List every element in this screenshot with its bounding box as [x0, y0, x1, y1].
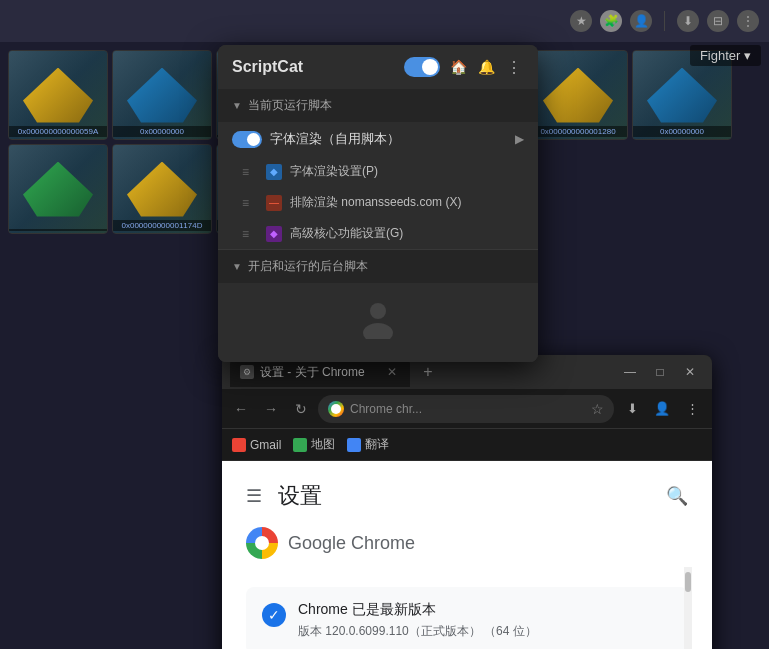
version-detail: 版本 120.0.6099.110（正式版本） （64 位） — [298, 623, 672, 640]
sub-script-icon-1: — — [266, 195, 282, 211]
version-check-icon: ✓ — [262, 603, 286, 627]
main-script-arrow: ▶ — [515, 132, 524, 146]
minimize-button[interactable]: — — [616, 358, 644, 386]
bookmark-star-icon[interactable]: ☆ — [591, 401, 604, 417]
sub-script-0[interactable]: ≡ ◆ 字体渲染设置(P) — [218, 156, 538, 187]
scriptcat-master-toggle[interactable] — [404, 57, 440, 77]
svg-point-0 — [370, 303, 386, 319]
tab-close-button[interactable]: ✕ — [384, 364, 400, 380]
menu-lines-icon-1: ≡ — [242, 196, 258, 210]
game-card-1[interactable]: 0x00000000 — [112, 50, 212, 140]
bg-download-icon[interactable]: ⬇ — [677, 10, 699, 32]
bookmark-bar: Gmail 地图 翻译 — [222, 429, 712, 461]
game-card-5[interactable]: 0x000000000001280 — [528, 50, 628, 140]
chrome-more-button[interactable]: ⋮ — [678, 395, 706, 423]
scriptcat-header: ScriptCat 🏠 🔔 ⋮ — [218, 45, 538, 89]
tab-title: 设置 - 关于 Chrome — [260, 364, 365, 381]
version-row: ✓ Chrome 已是最新版本 版本 120.0.6099.110（正式版本） … — [246, 587, 688, 649]
bg-split-icon[interactable]: ⊟ — [707, 10, 729, 32]
bg-bookmark-icon[interactable]: ★ — [570, 10, 592, 32]
menu-lines-icon-2: ≡ — [242, 227, 258, 241]
window-controls: — □ ✕ — [616, 358, 704, 386]
settings-title: 设置 — [278, 481, 666, 511]
version-status: Chrome 已是最新版本 — [298, 601, 672, 619]
sub-script-name-0: 字体渲染设置(P) — [290, 163, 378, 180]
main-script-item[interactable]: 字体渲染（自用脚本） ▶ — [218, 122, 538, 156]
game-card-0[interactable]: 0x000000000000059A — [8, 50, 108, 140]
new-tab-button[interactable]: + — [414, 358, 442, 386]
running-section-header: ▼ 当前页运行脚本 — [218, 89, 538, 122]
empty-state — [218, 283, 538, 362]
sub-script-icon-0: ◆ — [266, 164, 282, 180]
game-card-8[interactable]: 0x000000000001174D — [112, 144, 212, 234]
google-chrome-brand: Google Chrome — [246, 527, 688, 571]
content-scrollbar[interactable] — [684, 567, 692, 649]
bookmark-translate-label: 翻译 — [365, 436, 389, 453]
main-script-name: 字体渲染（自用脚本） — [270, 130, 400, 148]
settings-menu-icon[interactable]: ☰ — [246, 485, 262, 507]
running-section-title: 当前页运行脚本 — [248, 97, 332, 114]
chrome-content: ☰ 设置 🔍 Google Chrome ✓ Chrome 已是最新版本 版本 … — [222, 461, 712, 649]
sub-script-name-2: 高级核心功能设置(G) — [290, 225, 403, 242]
menu-lines-icon-0: ≡ — [242, 165, 258, 179]
maximize-button[interactable]: □ — [646, 358, 674, 386]
empty-icon — [354, 299, 402, 346]
svg-point-1 — [363, 323, 393, 339]
sub-script-2[interactable]: ≡ ◆ 高级核心功能设置(G) — [218, 218, 538, 249]
sub-script-icon-2: ◆ — [266, 226, 282, 242]
close-button[interactable]: ✕ — [676, 358, 704, 386]
bg-more-icon[interactable]: ⋮ — [737, 10, 759, 32]
bg-scripts-section: ▼ 开启和运行的后台脚本 — [218, 250, 538, 283]
scriptcat-home-button[interactable]: 🏠 — [448, 57, 468, 77]
chrome-toolbar: ← → ↻ Chrome chr... ☆ ⬇ 👤 ⋮ — [222, 389, 712, 429]
bookmark-translate[interactable]: 翻译 — [347, 436, 389, 453]
settings-header: ☰ 设置 🔍 — [246, 481, 688, 511]
scriptcat-controls: 🏠 🔔 ⋮ — [404, 57, 524, 77]
bg-extensions-icon[interactable]: 🧩 — [600, 10, 622, 32]
scriptcat-bell-button[interactable]: 🔔 — [476, 57, 496, 77]
scriptcat-title: ScriptCat — [232, 58, 303, 76]
download-button[interactable]: ⬇ — [618, 395, 646, 423]
bg-profile-icon[interactable]: 👤 — [630, 10, 652, 32]
chrome-window: ⚙ 设置 - 关于 Chrome ✕ + — □ ✕ ← → ↻ Chrome … — [222, 355, 712, 649]
settings-search-icon[interactable]: 🔍 — [666, 485, 688, 507]
url-path: chr... — [396, 402, 422, 416]
profile-button[interactable]: 👤 — [648, 395, 676, 423]
scriptcat-more-button[interactable]: ⋮ — [504, 57, 524, 77]
google-chrome-text: Google Chrome — [288, 533, 415, 554]
toolbar-right: ⬇ 👤 ⋮ — [618, 395, 706, 423]
sub-script-name-1: 排除渲染 nomansseeds.com (X) — [290, 194, 461, 211]
scrollbar-thumb — [685, 572, 691, 592]
fighter-badge[interactable]: Fighter ▾ — [690, 46, 761, 64]
url-text: Chrome chr... — [350, 402, 422, 416]
refresh-button[interactable]: ↻ — [288, 396, 314, 422]
sub-script-1[interactable]: ≡ — 排除渲染 nomansseeds.com (X) — [218, 187, 538, 218]
bg-section-title: 开启和运行的后台脚本 — [248, 258, 368, 275]
main-script-toggle[interactable] — [232, 131, 262, 148]
game-card-7[interactable] — [8, 144, 108, 234]
bookmark-maps-label: 地图 — [311, 436, 335, 453]
url-bar[interactable]: Chrome chr... ☆ — [318, 395, 614, 423]
chrome-logo-inner — [255, 536, 269, 550]
forward-button[interactable]: → — [258, 396, 284, 422]
tab-settings-icon: ⚙ — [240, 365, 254, 379]
bookmark-gmail[interactable]: Gmail — [232, 438, 281, 452]
bookmark-gmail-label: Gmail — [250, 438, 281, 452]
chrome-logo — [246, 527, 278, 559]
bookmark-maps[interactable]: 地图 — [293, 436, 335, 453]
maps-favicon — [293, 438, 307, 452]
url-favicon — [328, 401, 344, 417]
scriptcat-popup: ScriptCat 🏠 🔔 ⋮ ▼ 当前页运行脚本 字体渲染（自用脚本） ▶ ≡… — [218, 45, 538, 362]
bg-topbar: ★ 🧩 👤 ⬇ ⊟ ⋮ — [0, 0, 769, 42]
gmail-favicon — [232, 438, 246, 452]
back-button[interactable]: ← — [228, 396, 254, 422]
translate-favicon — [347, 438, 361, 452]
